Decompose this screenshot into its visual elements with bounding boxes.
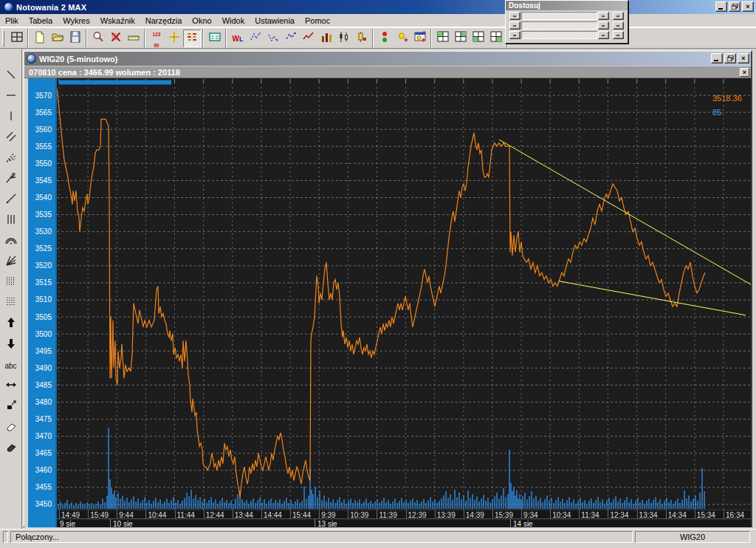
crosshair-button[interactable] bbox=[165, 30, 183, 47]
fibonacci-timezones-tool-button[interactable] bbox=[1, 292, 21, 313]
file-save-button[interactable] bbox=[66, 30, 84, 47]
y-axis-label: 3520 bbox=[35, 261, 52, 270]
plot-area[interactable]: 3518.3685 14:4915:499:4410:4411:4412:441… bbox=[57, 78, 751, 527]
slider-thumb[interactable] bbox=[509, 12, 520, 20]
file-new-icon bbox=[33, 30, 47, 46]
date-label: 10 sie bbox=[113, 520, 133, 528]
zigzag-blue-2-button[interactable] bbox=[264, 30, 282, 47]
arrow-up-tool-button[interactable] bbox=[1, 313, 21, 334]
chart-close-button[interactable]: × bbox=[738, 53, 749, 64]
slider-extra-button[interactable] bbox=[613, 31, 624, 39]
pitchfork-tool-button[interactable] bbox=[1, 168, 21, 189]
slider-track[interactable] bbox=[521, 31, 597, 39]
date-axis[interactable]: 9 sie10 sie13 sie14 sie bbox=[57, 518, 751, 527]
window-marker-add-icon bbox=[413, 30, 427, 46]
minimize-button[interactable] bbox=[715, 1, 727, 12]
dots-red-green-button[interactable] bbox=[376, 30, 394, 47]
gann-fan-tool-button[interactable] bbox=[1, 251, 21, 272]
candlestick-button[interactable] bbox=[335, 30, 353, 47]
price-chart-canvas[interactable]: 3518.3685 bbox=[57, 78, 751, 510]
slider-track[interactable] bbox=[521, 21, 597, 30]
dot-yellow-add-button[interactable] bbox=[394, 30, 411, 47]
layout-quad-br-icon bbox=[489, 30, 503, 46]
menu-item-okno[interactable]: Okno bbox=[187, 15, 216, 27]
scale-marker-icon bbox=[4, 399, 18, 414]
close-button[interactable]: × bbox=[742, 1, 754, 12]
chart-restore-button[interactable] bbox=[724, 53, 736, 64]
zoom-tool-button[interactable] bbox=[89, 30, 107, 47]
menu-item-wskaźnik[interactable]: Wskaźnik bbox=[95, 15, 140, 27]
dostosuj-slider-row bbox=[506, 30, 628, 39]
chart-window-title-bar[interactable]: WIG20 (5-minutowo) × bbox=[24, 52, 751, 66]
window-marker-add-button[interactable] bbox=[411, 30, 429, 47]
menu-item-widok[interactable]: Widok bbox=[217, 15, 250, 27]
eraser-tool-button[interactable] bbox=[1, 417, 21, 437]
folder-open-button[interactable] bbox=[49, 30, 66, 47]
info-close-button[interactable]: × bbox=[740, 68, 749, 77]
price-axis[interactable]: 3570356535603555355035453540353535303525… bbox=[28, 78, 57, 527]
slider-track[interactable] bbox=[521, 12, 597, 20]
fan-lines-tool-button[interactable] bbox=[1, 148, 21, 168]
layout-quad-br-button[interactable] bbox=[487, 30, 505, 47]
toolbar-drag-handle[interactable] bbox=[2, 30, 4, 47]
text-label-tool-button[interactable]: abc bbox=[1, 355, 21, 375]
dash-settings-icon bbox=[185, 30, 199, 46]
slider-end-button[interactable] bbox=[598, 12, 609, 20]
eraser-icon bbox=[4, 419, 18, 435]
horizontal-range-tool-button[interactable] bbox=[1, 375, 21, 396]
arrow-down-tool-button[interactable] bbox=[1, 334, 21, 355]
toolbar-group: 12390 bbox=[146, 29, 203, 48]
vertical-lines-3-tool-button[interactable] bbox=[1, 210, 21, 230]
dostosuj-title[interactable]: Dostosuj bbox=[506, 1, 628, 10]
menu-item-ustawienia[interactable]: Ustawienia bbox=[250, 15, 300, 27]
menu-item-wykres[interactable]: Wykres bbox=[58, 15, 95, 27]
scale-marker-tool-button[interactable] bbox=[1, 396, 21, 417]
digits-setup-button[interactable]: 12390 bbox=[148, 30, 165, 47]
eraser-all-tool-button[interactable] bbox=[1, 437, 21, 458]
title-bar[interactable]: Notowania 2 MAX × bbox=[0, 0, 756, 14]
delete-cross-button[interactable] bbox=[107, 30, 125, 47]
vertical-line-tool-button[interactable] bbox=[1, 106, 21, 127]
line-chart-red-button[interactable] bbox=[300, 30, 317, 47]
zigzag-blue-1-button[interactable] bbox=[247, 30, 264, 47]
menu-item-pomoc[interactable]: Pomoc bbox=[300, 15, 335, 27]
zigzag-blue-3-button[interactable] bbox=[282, 30, 300, 47]
chart-background bbox=[57, 78, 751, 510]
restore-button[interactable] bbox=[729, 1, 740, 12]
slider-extra-button[interactable] bbox=[613, 21, 624, 30]
dostosuj-palette[interactable]: Dostosuj bbox=[505, 0, 628, 44]
window-grid-button[interactable] bbox=[8, 30, 26, 47]
dash-settings-button[interactable] bbox=[183, 30, 201, 47]
bar-chart-button[interactable] bbox=[317, 30, 335, 47]
slider-end-button[interactable] bbox=[598, 31, 609, 39]
quote-table-button[interactable] bbox=[206, 30, 224, 47]
fibonacci-arcs-tool-button[interactable] bbox=[1, 230, 21, 251]
ruler-button[interactable] bbox=[125, 30, 142, 47]
file-new-button[interactable] bbox=[31, 30, 49, 47]
horizontal-line-tool-button[interactable] bbox=[1, 86, 21, 106]
slider-end-button[interactable] bbox=[598, 21, 609, 30]
layout-quad-bl-button[interactable] bbox=[470, 30, 487, 47]
status-bar: Połączony... WIG20 bbox=[0, 529, 756, 544]
parallel-lines-tool-button[interactable] bbox=[1, 127, 21, 148]
layout-quad-tl-button[interactable] bbox=[434, 30, 452, 47]
slider-thumb[interactable] bbox=[509, 21, 520, 30]
ray-line-tool-button[interactable] bbox=[1, 189, 21, 210]
y-axis-label: 3490 bbox=[35, 364, 52, 372]
trend-line-tool-button[interactable] bbox=[1, 65, 21, 86]
slider-thumb[interactable] bbox=[509, 31, 520, 39]
text-label-icon: abc bbox=[4, 360, 16, 371]
time-axis[interactable]: 14:4915:499:4410:4411:4412:4413:4414:441… bbox=[57, 510, 751, 518]
fibonacci-retracement-tool-button[interactable] bbox=[1, 272, 21, 292]
chart-minimize-button[interactable] bbox=[711, 53, 723, 64]
layout-quad-tr-button[interactable] bbox=[452, 30, 470, 47]
slider-extra-button[interactable] bbox=[613, 12, 624, 20]
y-axis-label: 3510 bbox=[35, 295, 52, 304]
toolbar-group bbox=[433, 29, 507, 48]
menu-item-tabela[interactable]: Tabela bbox=[24, 15, 58, 27]
menu-item-plik[interactable]: Plik bbox=[0, 15, 24, 27]
wl-lines-button[interactable]: WL bbox=[229, 30, 247, 47]
date-separator bbox=[110, 519, 111, 528]
volume-candle-button[interactable] bbox=[353, 30, 371, 47]
menu-item-narzędzia[interactable]: Narzędzia bbox=[140, 15, 188, 27]
